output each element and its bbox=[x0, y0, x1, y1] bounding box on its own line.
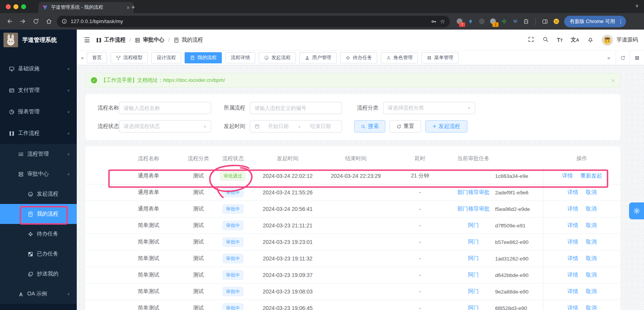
sidebar-item-8[interactable]: 待办任务 bbox=[0, 224, 77, 244]
chrome-update-button[interactable]: 有新版 Chrome 可用 ⋮ bbox=[564, 16, 626, 27]
fullscreen-icon[interactable] bbox=[528, 36, 534, 44]
tab-8[interactable]: 角色管理 bbox=[381, 52, 418, 63]
tab-5[interactable]: 发起流程 bbox=[259, 52, 296, 63]
reload-icon[interactable] bbox=[31, 17, 41, 27]
back-icon[interactable] bbox=[5, 17, 15, 27]
extension-icon[interactable] bbox=[511, 17, 519, 26]
password-key-icon[interactable] bbox=[431, 18, 437, 25]
row-action-1[interactable]: 取消 bbox=[586, 288, 597, 295]
sidebar-item-11[interactable]: OA 示例∨ bbox=[0, 284, 77, 304]
address-bar[interactable]: 127.0.0.1/bpm/task/my ☆ bbox=[57, 16, 450, 27]
sidebar-item-5[interactable]: 审批中心∧ bbox=[0, 164, 77, 184]
new-tab-button[interactable]: + bbox=[131, 3, 135, 11]
site-info-icon[interactable] bbox=[61, 18, 67, 24]
task-link[interactable]: 部门领导审批 bbox=[457, 189, 490, 195]
search-button[interactable]: 搜索 bbox=[354, 120, 385, 133]
scroll-right-icon[interactable]: » bbox=[602, 51, 616, 65]
alert-close-icon[interactable]: × bbox=[611, 77, 615, 84]
tab-3[interactable]: 我的流程 bbox=[185, 52, 222, 63]
notification-bell-icon[interactable] bbox=[587, 36, 594, 44]
doc-link[interactable]: https://doc.iocoder.cn/bpm/ bbox=[163, 77, 225, 83]
task-link[interactable]: 阿门 bbox=[468, 255, 479, 261]
start-time-range-picker[interactable]: 开始日期 - 结束日期 bbox=[250, 120, 342, 133]
tab-close-icon[interactable]: × bbox=[127, 5, 130, 11]
sidebar-item-1[interactable]: 支付管理∨ bbox=[0, 80, 77, 101]
start-date-placeholder[interactable]: 开始日期 bbox=[262, 123, 294, 130]
sidebar-item-10[interactable]: 抄送我的 bbox=[0, 264, 77, 284]
tab-9[interactable]: 菜单管理 bbox=[421, 52, 459, 63]
task-link[interactable]: 阿门 bbox=[468, 239, 479, 245]
row-action-1[interactable]: 取消 bbox=[586, 272, 597, 279]
breadcrumb-item-1[interactable]: 审批中心 bbox=[135, 36, 164, 43]
row-action-1[interactable]: 重新发起 bbox=[581, 172, 602, 179]
collapse-menu-icon[interactable]: ☰ bbox=[84, 36, 90, 44]
sidebar-item-7[interactable]: 我的流程 bbox=[0, 204, 77, 224]
table-settings-gear-icon[interactable] bbox=[629, 202, 644, 219]
forward-icon[interactable] bbox=[18, 17, 28, 27]
row-action-0[interactable]: 详情 bbox=[562, 172, 573, 179]
row-action-0[interactable]: 详情 bbox=[568, 272, 578, 279]
row-action-0[interactable]: 详情 bbox=[568, 255, 578, 262]
sidebar-item-3[interactable]: 工作流程∧ bbox=[0, 123, 77, 144]
row-action-0[interactable]: 详情 bbox=[568, 239, 578, 245]
process-definition-input[interactable] bbox=[250, 102, 342, 114]
tab-2[interactable]: 设计流程 bbox=[151, 52, 181, 63]
tab-options-grid-icon[interactable] bbox=[630, 51, 644, 65]
extension-icon[interactable]: 7 bbox=[455, 17, 464, 26]
sidebar-item-4[interactable]: 流程管理∨ bbox=[0, 144, 77, 164]
breadcrumb-item-2[interactable]: 我的流程 bbox=[173, 36, 203, 43]
breadcrumb-item-0[interactable]: 工作流程 bbox=[96, 36, 125, 43]
side-panel-icon[interactable] bbox=[541, 17, 549, 26]
tab-1[interactable]: 流程模型 bbox=[111, 52, 148, 63]
row-action-1[interactable]: 取消 bbox=[586, 206, 597, 212]
extension-icon[interactable] bbox=[500, 17, 508, 26]
process-name-input[interactable] bbox=[119, 102, 211, 114]
sidebar-item-9[interactable]: 已办任务 bbox=[0, 244, 77, 264]
row-action-1[interactable]: 取消 bbox=[586, 305, 597, 310]
minimize-window-button[interactable] bbox=[13, 4, 18, 9]
app-logo[interactable]: 芋道管理系统 bbox=[0, 30, 77, 50]
tab-7[interactable]: 待办任务 bbox=[340, 52, 377, 63]
row-action-0[interactable]: 详情 bbox=[568, 189, 578, 196]
translate-icon[interactable]: 文A bbox=[571, 36, 579, 43]
tab-6[interactable]: 用户管理 bbox=[299, 52, 337, 63]
search-icon[interactable] bbox=[542, 36, 549, 44]
zoom-window-button[interactable] bbox=[21, 4, 26, 9]
row-action-1[interactable]: 取消 bbox=[586, 239, 597, 245]
task-link[interactable]: 阿门 bbox=[468, 222, 479, 228]
extension-icon[interactable]: 2 bbox=[489, 17, 497, 26]
bookmark-star-icon[interactable]: ☆ bbox=[440, 18, 445, 25]
end-date-placeholder[interactable]: 结束日期 bbox=[304, 123, 337, 130]
scroll-left-icon[interactable]: « bbox=[81, 55, 84, 61]
extension-icon[interactable] bbox=[466, 17, 475, 26]
row-action-1[interactable]: 取消 bbox=[586, 222, 597, 229]
refresh-tab-icon[interactable] bbox=[616, 51, 630, 65]
sidebar-item-6[interactable]: 发起流程 bbox=[0, 184, 77, 204]
row-action-1[interactable]: 取消 bbox=[586, 255, 597, 262]
extensions-puzzle-icon[interactable] bbox=[522, 17, 530, 26]
row-action-0[interactable]: 详情 bbox=[568, 305, 578, 310]
extension-icon[interactable] bbox=[477, 17, 486, 26]
process-category-select[interactable]: 请选择流程分类 ∨ bbox=[383, 102, 475, 114]
profile-emoji-icon[interactable] bbox=[552, 17, 560, 26]
browser-tab[interactable]: 芋道管理系统 - 我的流程 × bbox=[38, 2, 134, 13]
url-text[interactable]: 127.0.0.1/bpm/task/my bbox=[71, 18, 427, 24]
task-link[interactable]: 阿门 bbox=[468, 272, 479, 278]
font-size-icon[interactable]: TT bbox=[557, 37, 563, 43]
sidebar-item-0[interactable]: 基础设施∨ bbox=[0, 58, 77, 80]
reset-button[interactable]: 重置 bbox=[390, 120, 421, 133]
tab-4[interactable]: 流程详情 bbox=[225, 52, 255, 63]
task-link[interactable]: 部门领导审批 bbox=[457, 206, 490, 212]
task-link[interactable]: 阿门 bbox=[468, 305, 479, 310]
create-process-button[interactable]: + 发起流程 bbox=[425, 120, 467, 133]
row-action-0[interactable]: 详情 bbox=[568, 222, 578, 229]
row-action-0[interactable]: 详情 bbox=[568, 288, 578, 295]
row-action-1[interactable]: 取消 bbox=[586, 189, 597, 196]
process-status-select[interactable]: 请选择流程状态 ∨ bbox=[119, 120, 211, 133]
task-link[interactable]: 阿门 bbox=[468, 288, 479, 294]
home-icon[interactable] bbox=[44, 17, 54, 27]
close-window-button[interactable] bbox=[6, 4, 11, 9]
sidebar-item-2[interactable]: 报表管理∨ bbox=[0, 101, 77, 123]
username[interactable]: 芋道源码 bbox=[616, 36, 638, 43]
tab-search-chevron-icon[interactable]: ∨ bbox=[635, 3, 639, 8]
